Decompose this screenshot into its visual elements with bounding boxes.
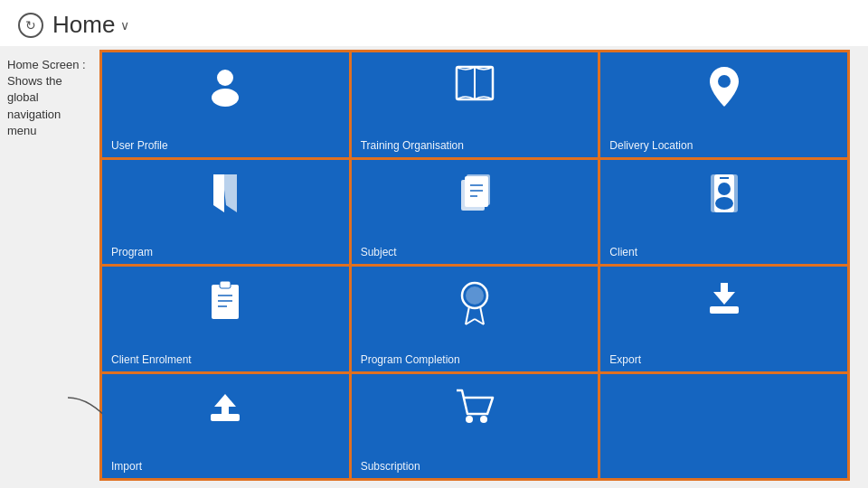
svg-point-15 [715, 197, 733, 210]
clipboard-icon [207, 279, 243, 321]
tile-client[interactable]: Client [600, 160, 847, 265]
book-icon [452, 65, 497, 101]
cart-icon [453, 387, 496, 427]
client-icon [703, 173, 745, 214]
person-icon [204, 65, 246, 107]
tile-user-profile[interactable]: User Profile [102, 52, 349, 157]
svg-rect-33 [222, 407, 229, 419]
tile-import[interactable]: Import [102, 374, 349, 479]
tile-label-export: Export [609, 353, 641, 366]
svg-point-5 [718, 75, 731, 88]
tile-label-subject: Subject [361, 246, 397, 258]
svg-point-14 [718, 183, 731, 195]
tile-empty [600, 374, 847, 479]
tile-label-subscription: Subscription [361, 460, 420, 473]
svg-marker-32 [214, 394, 236, 407]
page-title: Home [52, 11, 115, 39]
sidebar-description: Home Screen : Shows the global navigatio… [0, 46, 99, 488]
bookmark-icon [206, 173, 244, 214]
tile-label-delivery-location: Delivery Location [609, 139, 693, 152]
content-area: Home Screen : Shows the global navigatio… [0, 46, 868, 488]
tile-subject[interactable]: Subject [352, 160, 599, 265]
pages-icon [456, 173, 494, 214]
location-icon [708, 65, 741, 108]
header: ↻ Home ∨ [0, 0, 868, 46]
svg-rect-28 [710, 306, 739, 314]
tile-program-completion[interactable]: Program Completion [352, 267, 599, 371]
tile-program[interactable]: Program [102, 160, 349, 265]
svg-point-23 [466, 286, 484, 305]
dropdown-arrow[interactable]: ∨ [120, 18, 129, 33]
sidebar-text: Home Screen : Shows the global navigatio… [7, 58, 86, 137]
upload-icon [205, 387, 245, 427]
svg-point-2 [212, 89, 239, 107]
svg-point-1 [217, 70, 233, 86]
download-icon [704, 279, 744, 319]
svg-point-34 [466, 416, 473, 423]
tile-label-training-org: Training Organisation [361, 139, 464, 152]
tile-export[interactable]: Export [600, 267, 847, 371]
back-button[interactable]: ↻ [18, 13, 43, 38]
svg-point-35 [480, 416, 487, 423]
tile-label-user-profile: User Profile [111, 139, 168, 152]
tile-label-import: Import [111, 460, 142, 473]
tile-label-client-enrolment: Client Enrolment [111, 353, 192, 366]
award-icon [457, 279, 493, 326]
navigation-grid: User Profile Training Organisation Deliv… [99, 50, 850, 481]
svg-rect-17 [212, 285, 239, 319]
tile-label-program-completion: Program Completion [361, 353, 460, 366]
svg-rect-30 [721, 283, 728, 297]
tile-label-program: Program [111, 246, 153, 258]
tile-label-client: Client [609, 246, 637, 258]
tile-training-organisation[interactable]: Training Organisation [352, 52, 599, 157]
tile-delivery-location[interactable]: Delivery Location [600, 52, 847, 157]
tile-subscription[interactable]: Subscription [352, 374, 599, 479]
svg-rect-18 [220, 281, 231, 288]
svg-rect-8 [465, 176, 488, 207]
tile-client-enrolment[interactable]: Client Enrolment [102, 267, 349, 371]
